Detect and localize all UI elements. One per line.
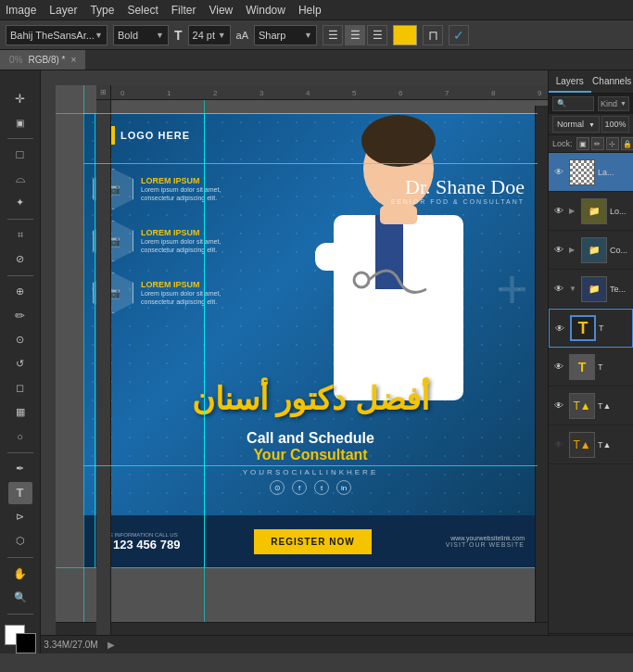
- cancel-btn[interactable]: ✓: [449, 25, 469, 45]
- history-tool[interactable]: ↺: [8, 353, 32, 375]
- opacity-input[interactable]: 100%: [601, 116, 629, 133]
- tab-close-btn[interactable]: ×: [70, 55, 76, 65]
- layer-visibility-5[interactable]: 👁: [552, 321, 567, 336]
- align-right-btn[interactable]: ☰: [367, 25, 387, 45]
- menu-bar: Image Layer Type Select Filter View Wind…: [0, 0, 633, 20]
- layer-visibility-3[interactable]: 👁: [551, 243, 566, 258]
- design-canvas[interactable]: ⊕ LOGO HERE 📷 LOREM IPSUM Lorem ipsum do…: [83, 113, 538, 567]
- stamp-tool[interactable]: ⊙: [8, 329, 32, 351]
- status-arrow-right[interactable]: ▶: [108, 640, 115, 650]
- move-tool[interactable]: ✛: [8, 87, 32, 109]
- tab-zoom: 0%: [9, 55, 22, 65]
- font-family-arrow: ▼: [95, 31, 103, 40]
- cta-line2: Your Consultant: [93, 447, 528, 463]
- canvas-area[interactable]: 0 1 2 3 4 5 6 7 8 9 10 ⊞: [56, 85, 548, 653]
- font-size-input[interactable]: 24 pt ▼: [188, 25, 231, 45]
- font-size-arrow: ▼: [218, 31, 226, 40]
- lasso-tool[interactable]: ⌓: [8, 168, 32, 190]
- layer-thumbnail-3: 📁: [581, 237, 607, 263]
- type-tool[interactable]: T: [8, 482, 32, 504]
- crop-tool[interactable]: ⌗: [8, 224, 32, 247]
- artboard-tool[interactable]: ▣: [8, 111, 32, 133]
- horizontal-scrollbar[interactable]: [56, 622, 548, 635]
- vertical-scrollbar[interactable]: [535, 106, 548, 622]
- layer-name-5: T: [599, 323, 629, 333]
- ruler-vertical: [96, 85, 111, 635]
- eraser-tool[interactable]: ◻: [8, 377, 32, 399]
- kind-filter-icon: 🔍: [552, 96, 594, 111]
- layer-item-5[interactable]: 👁 T T: [549, 309, 633, 348]
- menu-filter[interactable]: Filter: [171, 4, 196, 17]
- svg-rect-4: [408, 243, 463, 271]
- font-style-arrow: ▼: [156, 31, 164, 40]
- lock-all-btn[interactable]: 🔒: [621, 137, 633, 150]
- layer-item-6[interactable]: 👁 T T: [549, 348, 633, 387]
- menu-layer[interactable]: Layer: [49, 4, 77, 17]
- text-color-swatch[interactable]: [393, 25, 417, 45]
- shape-tool[interactable]: ⬡: [8, 530, 32, 552]
- service-text-3: LOREM IPSUM Lorem ipsum dolor sit amet, …: [141, 280, 252, 306]
- zoom-tool[interactable]: 🔍: [8, 587, 32, 609]
- logo-text: LOGO HERE: [120, 130, 190, 141]
- layer-thumbnail-4: 📁: [581, 276, 607, 302]
- eyedropper-tool[interactable]: ⊘: [8, 248, 32, 271]
- dodge-tool[interactable]: ○: [8, 425, 32, 448]
- layers-list: 👁 La... 👁 ▶ 📁 Lo... 👁 ▶ 📁 Co... 👁: [549, 153, 633, 633]
- workspace: ✛ ▣ □ ⌓ ✦ ⌗ ⊘ ⊕ ✏ ⊙ ↺ ◻ ▦ ○ ✒ T ⊳ ⬡ ✋ 🔍 …: [0, 70, 633, 653]
- layer-name-7: T▲: [598, 401, 630, 411]
- lock-icons: ▣ ✏ ⊹ 🔒: [576, 137, 633, 150]
- kind-dropdown[interactable]: Kind ▼: [598, 96, 629, 111]
- layer-item-1[interactable]: 👁 La...: [549, 153, 633, 192]
- layer-item-8[interactable]: 👁 T▲ T▲: [549, 425, 633, 464]
- layer-item-2[interactable]: 👁 ▶ 📁 Lo...: [549, 192, 633, 231]
- layer-visibility-6[interactable]: 👁: [551, 360, 566, 374]
- lock-transparent-btn[interactable]: ▣: [576, 137, 589, 150]
- heal-tool[interactable]: ⊕: [8, 281, 32, 303]
- pen-tool[interactable]: ✒: [8, 458, 32, 480]
- layer-visibility-8[interactable]: 👁: [551, 437, 566, 452]
- guide-line-h1: [83, 113, 538, 114]
- path-tool[interactable]: ⊳: [8, 506, 32, 528]
- lock-position-btn[interactable]: ⊹: [606, 137, 619, 150]
- menu-help[interactable]: Help: [298, 4, 322, 17]
- antialiasing-dropdown[interactable]: Sharp ▼: [254, 25, 317, 45]
- service-item-1: 📷 LOREM IPSUM Lorem ipsum dolor sit amet…: [93, 169, 252, 209]
- align-left-btn[interactable]: ☰: [323, 25, 343, 45]
- font-style-dropdown[interactable]: Bold ▼: [113, 25, 169, 45]
- doctor-name: Dr. Shane Doe SENIOR FOD & CONSULTANT: [390, 176, 525, 205]
- layer-item-3[interactable]: 👁 ▶ 📁 Co...: [549, 231, 633, 270]
- menu-select[interactable]: Select: [127, 4, 158, 17]
- font-family-dropdown[interactable]: Bahij TheSansAr... ▼: [6, 25, 108, 45]
- menu-type[interactable]: Type: [90, 4, 114, 17]
- layer-visibility-2[interactable]: 👁: [551, 204, 566, 219]
- channels-tab[interactable]: Channels: [591, 70, 634, 93]
- layers-tab[interactable]: Layers: [549, 70, 591, 93]
- facebook-icon: f: [292, 480, 307, 495]
- document-tab[interactable]: 0% RGB/8) * ×: [0, 50, 85, 70]
- menu-view[interactable]: View: [209, 4, 233, 17]
- register-button[interactable]: REGISTER NOW: [254, 529, 371, 554]
- wand-tool[interactable]: ✦: [8, 192, 32, 214]
- hand-tool[interactable]: ✋: [8, 563, 32, 585]
- canvas-background: ⊕ LOGO HERE 📷 LOREM IPSUM Lorem ipsum do…: [83, 113, 538, 567]
- lock-image-btn[interactable]: ✏: [591, 137, 604, 150]
- align-buttons: ☰ ☰ ☰: [323, 25, 387, 45]
- layer-visibility-7[interactable]: 👁: [551, 399, 566, 413]
- layer-visibility-4[interactable]: 👁: [551, 282, 566, 297]
- layer-name-4: Te...: [610, 285, 630, 294]
- background-color[interactable]: [16, 633, 36, 653]
- marquee-tool[interactable]: □: [8, 144, 32, 166]
- social-text: YOURSOCIALLINKHERE: [93, 468, 528, 476]
- brush-tool[interactable]: ✏: [8, 305, 32, 327]
- linkedin-icon: in: [336, 480, 351, 495]
- align-center-btn[interactable]: ☰: [345, 25, 365, 45]
- menu-image[interactable]: Image: [6, 4, 36, 17]
- layer-item-7[interactable]: 👁 T▲ T▲: [549, 387, 633, 425]
- layer-item-4[interactable]: 👁 ▼ 📁 Te...: [549, 270, 633, 309]
- menu-window[interactable]: Window: [246, 4, 285, 17]
- blend-mode-dropdown[interactable]: Normal ▼: [552, 116, 600, 133]
- warp-text-btn[interactable]: ⊓: [423, 25, 443, 45]
- gradient-tool[interactable]: ▦: [8, 401, 32, 424]
- ruler-corner[interactable]: ⊞: [96, 85, 111, 100]
- layer-visibility-1[interactable]: 👁: [551, 165, 566, 180]
